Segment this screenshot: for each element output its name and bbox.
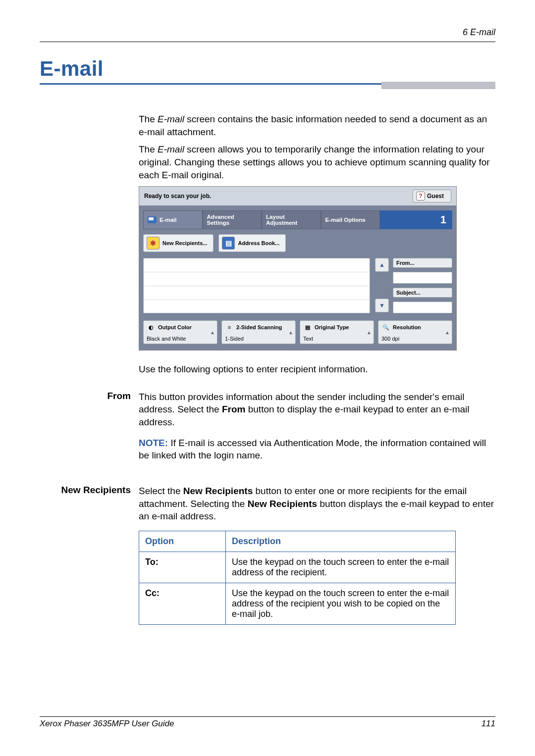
guest-button[interactable]: ? Guest — [413, 190, 451, 202]
table-header-option: Option — [139, 531, 226, 552]
from-description: This button provides information about t… — [139, 391, 495, 429]
new-recipients-icon: ✱ — [147, 237, 160, 250]
original-type-icon: ▤ — [303, 323, 312, 332]
chevron-up-icon: ▲ — [288, 330, 293, 335]
guest-label: Guest — [427, 193, 444, 200]
title-underline — [40, 83, 495, 88]
help-icon: ? — [416, 192, 425, 201]
intro-p1: The E-mail screen contains the basic inf… — [139, 113, 495, 138]
two-sided-scanning-option[interactable]: ≡ 2-Sided Scanning 1-Sided ▲ — [221, 320, 296, 344]
header-breadcrumb: 6 E-mail — [40, 27, 495, 38]
options-table: Option Description To: Use the keypad on… — [139, 531, 456, 625]
address-book-button[interactable]: ▤ Address Book... — [218, 234, 286, 252]
tab-email[interactable]: E-mail — [143, 210, 203, 229]
tab-email-options[interactable]: E-mail Options — [321, 210, 380, 229]
output-color-icon: ◐ — [147, 323, 156, 332]
table-row: Cc: Use the keypad on the touch screen t… — [139, 583, 456, 624]
chevron-up-icon: ▲ — [210, 330, 215, 335]
from-button[interactable]: From... — [393, 258, 452, 268]
footer-left: Xerox Phaser 3635MFP User Guide — [40, 719, 174, 729]
bottom-rule — [40, 716, 495, 717]
mail-icon — [148, 216, 157, 223]
intro-p2: The E-mail screen allows you to temporar… — [139, 143, 495, 181]
new-recipients-heading: New Recipients — [40, 485, 139, 531]
from-heading: From — [40, 391, 139, 470]
tab-layout-adjustment[interactable]: Layout Adjustment — [262, 210, 321, 229]
new-recipients-description: Select the New Recipients button to ente… — [139, 485, 495, 523]
tab-advanced-settings[interactable]: Advanced Settings — [203, 210, 262, 229]
new-recipients-button[interactable]: ✱ New Recipients... — [143, 234, 214, 252]
top-rule — [40, 42, 495, 42]
subject-display — [393, 302, 452, 313]
from-display — [393, 272, 452, 284]
table-row: To: Use the keypad on the touch screen t… — [139, 552, 456, 583]
resolution-option[interactable]: 🔍 Resolution 300 dpi ▲ — [378, 320, 452, 344]
recipients-listbox[interactable] — [143, 258, 370, 313]
address-book-icon: ▤ — [222, 237, 235, 250]
scroll-down-button[interactable]: ▼ — [375, 299, 389, 312]
footer-right: 111 — [482, 719, 495, 729]
chevron-up-icon: ▲ — [367, 330, 372, 335]
device-screenshot: Ready to scan your job. ? Guest E-mail A… — [139, 186, 457, 351]
scroll-up-button[interactable]: ▲ — [375, 258, 389, 272]
two-sided-icon: ≡ — [225, 323, 234, 332]
chevron-up-icon: ▲ — [445, 330, 450, 335]
after-screenshot-text: Use the following options to enter recip… — [139, 363, 495, 376]
resolution-icon: 🔍 — [381, 323, 390, 332]
status-text: Ready to scan your job. — [144, 193, 211, 200]
subject-button[interactable]: Subject... — [393, 288, 452, 298]
output-color-option[interactable]: ◐ Output Color Black and White ▲ — [143, 320, 217, 344]
original-type-option[interactable]: ▤ Original Type Text ▲ — [300, 320, 374, 344]
from-note: NOTE: If E-mail is accessed via Authenti… — [139, 437, 495, 462]
chapter-title: E-mail — [40, 57, 495, 81]
table-header-description: Description — [226, 531, 456, 552]
tab-indicator: 1 — [380, 210, 452, 229]
